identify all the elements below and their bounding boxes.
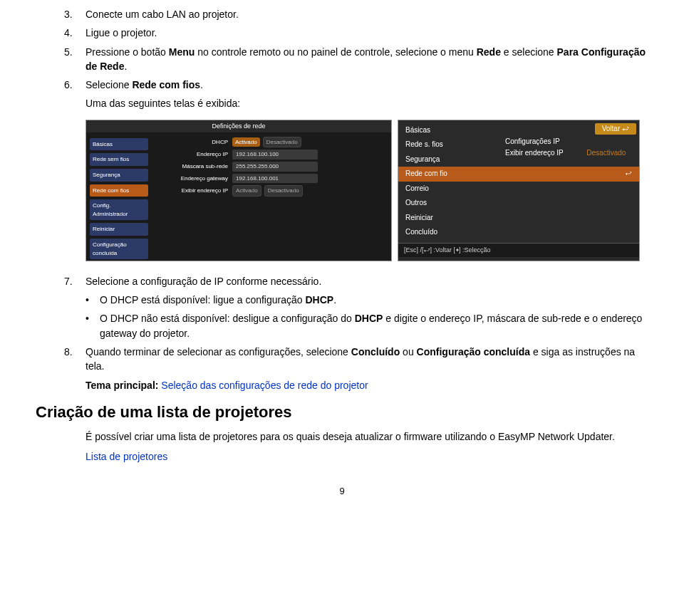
step-num: 8. — [64, 345, 86, 374]
step-8: 8. Quando terminar de selecionar as conf… — [36, 345, 648, 374]
bullet-2: • O DHCP não está disponível: desligue a… — [36, 311, 648, 340]
theme-link[interactable]: Seleção das configurações de rede do pro… — [161, 380, 368, 391]
page-number: 9 — [36, 485, 648, 498]
b: DHCP — [355, 313, 383, 324]
right-config-ip[interactable]: Configurações IP — [505, 136, 626, 147]
row-mask: Máscara sub-rede 255.255.255.000 — [157, 162, 385, 172]
row-gw: Endereço gateway 192.168.100.001 — [157, 174, 385, 184]
sidebar-item-config-admin[interactable]: Config. Administrador — [90, 199, 148, 220]
bullet-marker: • — [86, 293, 100, 307]
scr2-right-panel: Configurações IP Exibir endereço IP Desa… — [505, 136, 626, 159]
step-text: Conecte um cabo LAN ao projetor. — [86, 7, 648, 21]
t: . — [333, 294, 336, 306]
step-3: 3. Conecte um cabo LAN ao projetor. — [36, 7, 648, 21]
lbl-show-ip: Exibir endereço IP — [157, 187, 232, 195]
link-lista-projetores[interactable]: Lista de projetores — [86, 451, 167, 462]
row-dhcp: DHCP Activado Desactivado — [157, 137, 385, 148]
menu-concluido[interactable]: Concluído — [398, 225, 639, 240]
b: Rede com fios — [132, 79, 200, 90]
step-text: Ligue o projetor. — [86, 26, 648, 40]
t: Selecione — [86, 79, 132, 90]
step-num: 5. — [64, 45, 86, 74]
t: O DHCP não está disponível: desligue a c… — [100, 313, 355, 324]
menu-correio[interactable]: Correio — [398, 182, 639, 197]
lbl-ip: Endereço IP — [157, 150, 232, 159]
section-link[interactable]: Lista de projetores — [36, 449, 648, 464]
step-6: 6. Selecione Rede com fios. — [36, 78, 648, 92]
projector-menu-screenshot-2: Voltar ⮐ Básicas Rede s. fios Segurança … — [398, 120, 640, 261]
screenshots-row: Definições de rede Básicas Rede sem fios… — [36, 120, 648, 261]
step-text: Selecione a configuração de IP conforme … — [86, 274, 648, 288]
row-show-ip: Exibir endereço IP Activado Desactivado — [157, 185, 385, 197]
step-num: 3. — [64, 7, 86, 21]
row-ip: Endereço IP 192.168.100.100 — [157, 150, 385, 160]
bullet-marker: • — [86, 311, 100, 340]
scr1-sidebar: Básicas Rede sem fios Segurança Rede com… — [86, 132, 152, 261]
step-7: 7. Selecione a configuração de IP confor… — [36, 274, 648, 288]
step-4: 4. Ligue o projetor. — [36, 26, 648, 40]
b: Rede — [477, 46, 501, 58]
bullet-text: O DHCP está disponível: ligue a configur… — [100, 293, 648, 307]
section-title: Criação de uma lista de projetores — [36, 401, 648, 424]
lbl: Exibir endereço IP — [505, 149, 564, 157]
step-text: Pressione o botão Menu no controle remot… — [86, 45, 648, 74]
step-num: 7. — [64, 274, 86, 288]
lbl-gw: Endereço gateway — [157, 174, 232, 183]
section-body: É possível criar uma lista de projetores… — [36, 429, 648, 444]
scr2-footer: [Esc] /[⮐] :Voltar [◆] :Selecção — [398, 243, 639, 257]
projector-menu-screenshot-1: Definições de rede Básicas Rede sem fios… — [86, 120, 392, 261]
toggle-activado[interactable]: Activado — [232, 185, 261, 197]
t: Pressione o botão — [86, 46, 169, 58]
theme-label: Tema principal: — [86, 380, 161, 391]
menu-reiniciar[interactable]: Reiniciar — [398, 211, 639, 226]
sidebar-item-reiniciar[interactable]: Reiniciar — [90, 223, 148, 236]
lbl-dhcp: DHCP — [157, 138, 232, 147]
step-num: 6. — [64, 78, 86, 92]
scr1-title: Definições de rede — [86, 120, 391, 132]
t: e selecione — [501, 46, 557, 58]
b: Menu — [169, 46, 195, 58]
sidebar-item-seguranca[interactable]: Segurança — [90, 169, 148, 182]
step-text: Quando terminar de selecionar as configu… — [86, 345, 648, 374]
scr1-body: Básicas Rede sem fios Segurança Rede com… — [86, 132, 391, 261]
val-desactivado: Desactivado — [565, 149, 626, 157]
t: . — [200, 79, 203, 90]
menu-label: Rede com fio — [405, 169, 447, 179]
b: Configuração concluída — [417, 346, 530, 357]
lbl-mask: Máscara sub-rede — [157, 162, 232, 171]
t: O DHCP está disponível: ligue a configur… — [100, 294, 305, 306]
toggle-desactivado[interactable]: Desactivado — [264, 185, 303, 197]
val-ip[interactable]: 192.168.100.100 — [232, 150, 318, 160]
theme-line: Tema principal: Seleção das configuraçõe… — [36, 378, 648, 392]
t: no controle remoto ou no painel de contr… — [195, 46, 476, 58]
menu-outros[interactable]: Outros — [398, 196, 639, 211]
val-gw[interactable]: 192.168.100.001 — [232, 174, 318, 184]
toggle-desactivado[interactable]: Desactivado — [263, 137, 301, 148]
menu-rede-com-fio[interactable]: Rede com fio ⮐ — [398, 167, 639, 182]
voltar-button[interactable]: Voltar ⮐ — [595, 123, 636, 135]
t: . — [124, 61, 127, 72]
t: ou — [400, 346, 416, 357]
sidebar-item-basicas[interactable]: Básicas — [90, 138, 148, 151]
t: Quando terminar de selecionar as configu… — [86, 346, 351, 357]
sidebar-item-config-concluida[interactable]: Configuração concluída — [90, 239, 148, 259]
b: Concluído — [351, 346, 400, 357]
step-6-sub: Uma das seguintes telas é exibida: — [36, 96, 648, 110]
sidebar-item-rede-com-fios[interactable]: Rede com fios — [90, 184, 148, 197]
bullet-text: O DHCP não está disponível: desligue a c… — [100, 311, 648, 340]
toggle-activado[interactable]: Activado — [232, 137, 260, 147]
step-num: 4. — [64, 26, 86, 40]
step-5: 5. Pressione o botão Menu no controle re… — [36, 45, 648, 74]
enter-icon: ⮐ — [626, 169, 632, 179]
bullet-1: • O DHCP está disponível: ligue a config… — [36, 293, 648, 307]
sidebar-item-rede-sem-fios[interactable]: Rede sem fios — [90, 153, 148, 166]
step-text: Selecione Rede com fios. — [86, 78, 648, 92]
val-mask[interactable]: 255.255.255.000 — [232, 162, 318, 172]
scr1-main: DHCP Activado Desactivado Endereço IP 19… — [152, 132, 391, 261]
right-exibir-ip[interactable]: Exibir endereço IP Desactivado — [505, 147, 626, 159]
b: DHCP — [305, 294, 333, 306]
